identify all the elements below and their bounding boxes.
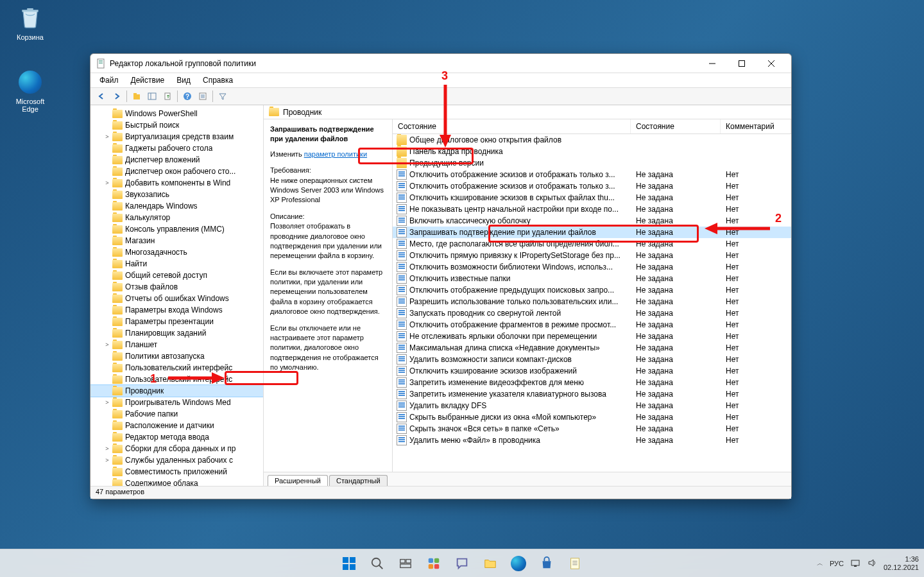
tree-item[interactable]: Отзыв файлов bbox=[90, 281, 263, 293]
titlebar[interactable]: Редактор локальной групповой политики bbox=[90, 54, 791, 73]
tree-item[interactable]: Содепжимое облака bbox=[90, 478, 263, 486]
tree-item[interactable]: Расположение и датчики bbox=[90, 420, 263, 431]
list-header[interactable]: Состояние Состояние Комментарий bbox=[393, 119, 791, 134]
search-button[interactable] bbox=[364, 551, 390, 576]
export-button[interactable] bbox=[160, 89, 175, 103]
list-row[interactable]: Отключить кэширование эскизов изображени… bbox=[393, 365, 791, 377]
menu-file[interactable]: Файл bbox=[94, 74, 124, 86]
tree-item[interactable]: Параметры входа Windows bbox=[90, 304, 263, 316]
col-state[interactable]: Состояние bbox=[631, 119, 721, 133]
tree-item[interactable]: Калькулятор bbox=[90, 212, 263, 223]
store-button[interactable] bbox=[534, 551, 560, 576]
tree-item[interactable]: Отчеты об ошибках Windows bbox=[90, 293, 263, 304]
tray-overflow[interactable]: ︿ bbox=[817, 559, 823, 568]
filter-button[interactable] bbox=[216, 89, 230, 103]
tree-item[interactable]: Политики автозапуска bbox=[90, 350, 263, 362]
tree-item[interactable]: >Добавить компоненты в Wind bbox=[90, 177, 263, 189]
tree-item[interactable]: >Планшет bbox=[90, 339, 263, 350]
list-row[interactable]: Отключить известные папкиНе заданаНет bbox=[393, 273, 791, 284]
up-button[interactable] bbox=[130, 89, 144, 103]
tree-item[interactable]: Быстрый поиск bbox=[90, 119, 263, 131]
list-row[interactable]: Скрыть выбранные диски из окна «Мой комп… bbox=[393, 411, 791, 423]
list-row[interactable]: Отключить отображение эскизов и отобража… bbox=[393, 180, 791, 192]
tree-item[interactable]: >Сборки для сбора данных и пр bbox=[90, 443, 263, 454]
list-row[interactable]: Разрешить использование только пользоват… bbox=[393, 296, 791, 307]
tree-item[interactable]: Многозадачность bbox=[90, 246, 263, 258]
list-row[interactable]: Общее диалоговое окно открытия файлов bbox=[393, 134, 791, 146]
properties-button[interactable] bbox=[196, 89, 210, 103]
tree-item[interactable]: Проводник bbox=[90, 385, 263, 397]
clock-time[interactable]: 1:36 bbox=[884, 555, 919, 563]
tree-item[interactable]: Планировщик заданий bbox=[90, 327, 263, 339]
close-button[interactable] bbox=[757, 54, 786, 73]
maximize-button[interactable] bbox=[727, 54, 757, 73]
list-row[interactable]: Панель кадра проводника bbox=[393, 146, 791, 157]
minimize-button[interactable] bbox=[697, 54, 727, 73]
menu-help[interactable]: Справка bbox=[198, 74, 238, 86]
list-row[interactable]: Запретить изменение указателя клавиатурн… bbox=[393, 388, 791, 400]
list-row[interactable]: Запускать проводник со свернутой лентойН… bbox=[393, 307, 791, 319]
back-button[interactable] bbox=[94, 89, 108, 103]
menu-view[interactable]: Вид bbox=[171, 74, 196, 86]
tree-item[interactable]: Диспетчер вложений bbox=[90, 154, 263, 166]
edge-shortcut[interactable]: Microsoft Edge bbox=[8, 69, 53, 113]
tree-item[interactable]: Общий сетевой доступ bbox=[90, 270, 263, 281]
col-comment[interactable]: Комментарий bbox=[721, 119, 791, 133]
tree-item[interactable]: >Проигрыватель Windows Med bbox=[90, 397, 263, 408]
widgets-button[interactable] bbox=[421, 551, 447, 576]
start-button[interactable] bbox=[336, 551, 362, 576]
list-row[interactable]: Отключить отображение предыдущих поисков… bbox=[393, 284, 791, 296]
sound-icon[interactable] bbox=[867, 558, 877, 569]
list-row[interactable]: Место, где располагаются все файлы опред… bbox=[393, 238, 791, 250]
list-row[interactable]: Отключить возможности библиотеки Windows… bbox=[393, 261, 791, 273]
tree-item[interactable]: Звукозапись bbox=[90, 189, 263, 200]
list-row[interactable]: Удалить вкладку DFSНе заданаНет bbox=[393, 400, 791, 411]
tree-item[interactable]: Календарь Windows bbox=[90, 200, 263, 212]
tree-item[interactable]: Гаджеты рабочего стола bbox=[90, 142, 263, 154]
tree-item[interactable]: >Виртуализация средств взаим bbox=[90, 131, 263, 142]
edit-policy-link[interactable]: параметр политики bbox=[304, 150, 367, 158]
list-row[interactable]: Отключить кэширование эскизов в скрытых … bbox=[393, 192, 791, 203]
list-row[interactable]: Максимальная длина списка «Недавние доку… bbox=[393, 342, 791, 354]
list-row[interactable]: Не отслеживать ярлыки оболочки при перем… bbox=[393, 331, 791, 342]
chat-button[interactable] bbox=[449, 551, 475, 576]
show-hide-tree-button[interactable] bbox=[145, 89, 159, 103]
menu-action[interactable]: Действие bbox=[126, 74, 170, 86]
tree-item[interactable]: >Службы удаленных рабочих с bbox=[90, 454, 263, 466]
list-row[interactable]: Удалить меню «Файл» в проводникаНе задан… bbox=[393, 435, 791, 446]
clock-date[interactable]: 02.12.2021 bbox=[884, 564, 919, 571]
list-row[interactable]: Не показывать центр начальной настройки … bbox=[393, 203, 791, 215]
list-row[interactable]: Скрыть значок «Вся сеть» в папке «Сеть»Н… bbox=[393, 423, 791, 435]
edge-button[interactable] bbox=[506, 551, 531, 576]
recycle-bin[interactable]: Корзина bbox=[8, 5, 53, 41]
tree-pane[interactable]: Windows PowerShellБыстрый поиск>Виртуали… bbox=[90, 105, 264, 486]
list-row[interactable]: Включить классическую оболочкуНе заданаН… bbox=[393, 215, 791, 227]
network-icon[interactable] bbox=[850, 558, 860, 569]
list-row[interactable]: Запретить изменение видеоэффектов для ме… bbox=[393, 377, 791, 388]
lang-indicator[interactable]: РУС bbox=[830, 560, 844, 567]
list-row[interactable]: Удалить возможности записи компакт-диско… bbox=[393, 354, 791, 365]
tree-item[interactable]: Редактор метода ввода bbox=[90, 431, 263, 443]
tree-item[interactable]: Параметры презентации bbox=[90, 316, 263, 327]
tab-standard[interactable]: Стандартный bbox=[329, 475, 388, 486]
tree-item[interactable]: Консоль управления (MMC) bbox=[90, 223, 263, 235]
list-row[interactable]: Предыдущие версии bbox=[393, 157, 791, 169]
col-name[interactable]: Состояние bbox=[393, 119, 631, 133]
tree-item[interactable]: Найти bbox=[90, 258, 263, 270]
taskbar[interactable]: ︿ РУС 1:36 02.12.2021 bbox=[0, 549, 924, 577]
list-row[interactable]: Отключить прямую привязку к IPropertySet… bbox=[393, 250, 791, 261]
tree-item[interactable]: Windows PowerShell bbox=[90, 108, 263, 119]
explorer-button[interactable] bbox=[477, 551, 503, 576]
notepad-button[interactable] bbox=[562, 551, 588, 576]
tree-item[interactable]: Пользовательский интерфейс bbox=[90, 374, 263, 385]
tree-item[interactable]: Совместимость приложений bbox=[90, 466, 263, 478]
tree-item[interactable]: Рабочие папки bbox=[90, 408, 263, 420]
help-button[interactable]: ? bbox=[180, 89, 194, 103]
forward-button[interactable] bbox=[110, 89, 124, 103]
tree-item[interactable]: Пользовательский интерфейс bbox=[90, 362, 263, 374]
taskview-button[interactable] bbox=[393, 551, 418, 576]
settings-list[interactable]: Общее диалоговое окно открытия файловПан… bbox=[393, 134, 791, 472]
tab-extended[interactable]: Расширенный bbox=[268, 475, 328, 486]
tree-item[interactable]: Магазин bbox=[90, 235, 263, 246]
list-row[interactable]: Отключить отображение фрагментов в режим… bbox=[393, 319, 791, 331]
